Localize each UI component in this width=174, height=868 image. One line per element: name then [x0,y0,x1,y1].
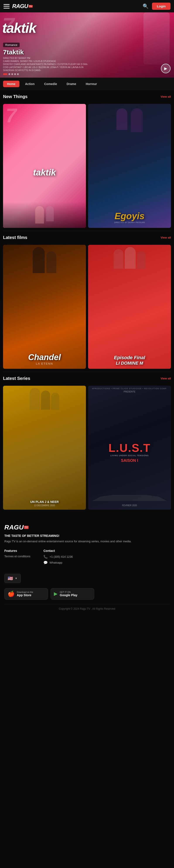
lidomine-title-area: Episode Final LI DOMINE M [88,355,171,366]
header: RAGU TV 🔍 Login [0,0,174,12]
hero-banner: 7 taktik Romance 7taktik DIRECTED BY SKI… [0,12,174,78]
logo-text: RAGU [12,3,28,9]
poster-egoyis: Egoyis DIRECTED BY SKINNY PM FILMS [88,104,171,228]
google-play-icon: ▶ [54,591,57,597]
footer-terms-link[interactable]: Termes et conditions [4,555,30,558]
google-play-label-pre: GET IT ON [60,591,77,593]
login-button[interactable]: Login [152,3,171,10]
unplan-title: UN PLAN J & NEER [3,500,86,504]
app-buttons: 🍎 Download on the App Store ▶ GET IT ON … [4,588,170,600]
poster-lidomine: Episode Final LI DOMINE M [88,245,171,369]
footer-logo-badge: TV [24,526,29,529]
hero-dot-3 [11,73,13,75]
latest-series-grid: UN PLAN J & NEER 13 DECEMBRE 2020 4PRODU… [0,386,174,513]
hero-meta-line5: SHADRIAN SCHRYETTE IN DI DANS- [3,69,171,72]
poster-7taktik-text: taktik [33,168,56,178]
google-play-button[interactable]: ▶ GET IT ON Google Play [51,588,94,600]
movie-card-chandel[interactable]: Chandel LA ETENN [3,245,86,369]
lidomine-figure-1 [114,249,123,269]
hero-title: 7taktik [3,49,171,56]
egoyis-meta: DIRECTED BY SKINNY PM FILMS [88,221,171,223]
phone-icon: 📞 [43,555,48,559]
lust-present: PRESENTE [88,391,171,393]
app-store-text: Download on the App Store [17,591,33,597]
chandel-silhouettes [3,247,86,273]
hero-play-button[interactable]: ▶ [161,64,171,73]
latest-series-title: Latest Series [3,376,30,381]
lust-season: SAISON I [121,458,138,463]
footer-contact-heading: Contact [43,549,73,553]
hero-dot-2 [8,73,10,75]
new-things-view-all[interactable]: View all [161,95,171,98]
search-button[interactable]: 🔍 [143,3,148,9]
menu-button[interactable] [3,4,9,8]
hero-meta: DIRECTED BY SKINNY PM CAMECRAMEN, SKINNY… [3,57,171,72]
series-card-unplan[interactable]: UN PLAN J & NEER 13 DECEMBRE 2020 [3,386,86,510]
logo-badge: TV [29,5,33,8]
footer: RAGU TV THE TASTE OF BETTER STREAMING! R… [0,517,174,617]
footer-phone[interactable]: +1 (305) 414 1236 [49,555,73,558]
latest-series-header: Latest Series View all [3,376,171,381]
tab-horreur[interactable]: Horreur [82,81,101,87]
lidomine-title: LI DOMINE M [88,361,171,366]
footer-contact-col: Contact 📞 +1 (305) 414 1236 💬 Whatsapp [43,549,73,566]
apple-icon: 🍎 [8,591,15,597]
tab-comedie[interactable]: Comedie [40,81,61,87]
latest-films-title: Latest films [3,235,27,240]
unplan-silhouettes [3,388,86,410]
footer-logo-text: RAGU [4,524,24,531]
lust-title: L.U.S.T [108,441,150,455]
footer-whatsapp[interactable]: Whatsapp [49,561,63,564]
latest-films-section: Latest films View all [0,231,174,245]
chandel-title: Chandel [3,353,86,362]
latest-films-view-all[interactable]: View all [161,236,171,239]
header-right: 🔍 Login [143,3,171,10]
logo[interactable]: RAGU TV [12,3,33,9]
chandel-silhouette-1 [33,247,45,273]
poster-7taktik-title: taktik [33,168,56,178]
unplan-date: 13 DECEMBRE 2020 [3,504,86,507]
lidomine-episode: Episode Final [88,355,171,361]
tab-drame[interactable]: Drame [63,81,80,87]
poster-lust: 4PRODUCTIONS • PRIME CLASS STUDIOIGE • R… [88,386,171,510]
new-things-section: New Things View all [0,90,174,104]
series-card-lust[interactable]: 4PRODUCTIONS • PRIME CLASS STUDIOIGE • R… [88,386,171,510]
hero-meta-line3: DIONYNY CHARLANIE AKISANFRANTZ PA FARNES… [3,63,171,66]
hero-dot-5 [17,73,19,75]
hero-meta-line2: CAMECRAMEN, SKINNY PM / LOUIS-B STUDIOAG… [3,60,171,63]
tab-action[interactable]: Action [21,81,39,87]
lust-producer: 4PRODUCTIONS • PRIME CLASS STUDIOIGE • R… [88,388,171,390]
google-play-text: GET IT ON Google Play [60,591,77,597]
app-store-button[interactable]: 🍎 Download on the App Store [4,588,48,600]
whatsapp-icon: 💬 [43,561,48,565]
movie-card-egoyis[interactable]: Egoyis DIRECTED BY SKINNY PM FILMS [88,104,171,228]
egoyis-silhouette-1 [117,108,127,130]
footer-whatsapp-item: 💬 Whatsapp [43,561,73,565]
latest-series-section: Latest Series View all [0,372,174,386]
egoyis-silhouettes [88,108,171,132]
language-selector[interactable]: 🇺🇸 ▼ [4,574,21,583]
movie-card-7taktik[interactable]: 7 taktik [3,104,86,228]
latest-films-header: Latest films View all [3,235,171,240]
lust-date: FEVRIER 2020 [88,504,171,507]
chandel-subtitle: LA ETENN [3,362,86,365]
flag-icon: 🇺🇸 [8,576,13,581]
chandel-silhouette-2 [46,251,56,273]
latest-series-view-all[interactable]: View all [161,377,171,380]
hamburger-line-1 [3,4,9,5]
unplan-silhouette-3 [51,393,59,410]
footer-tagline: THE TASTE OF BETTER STREAMING! [4,534,170,537]
poster-lust-inner: 4PRODUCTIONS • PRIME CLASS STUDIOIGE • R… [88,386,171,510]
egoyis-silhouette-2 [131,108,143,132]
footer-features-heading: Features [4,549,30,553]
hero-content: Romance 7taktik DIRECTED BY SKINNY PM CA… [0,40,174,78]
movie-card-lidomine[interactable]: Episode Final LI DOMINE M [88,245,171,369]
egoyis-title-area: Egoyis DIRECTED BY SKINNY PM FILMS [88,211,171,223]
footer-features-col: Features Termes et conditions [4,549,30,566]
silhouette-2 [46,206,54,221]
poster-silhouettes [35,206,54,223]
poster-7taktik: 7 taktik [3,104,86,228]
google-play-label: Google Play [60,593,77,597]
tab-home[interactable]: Home [3,81,19,87]
lidomine-figure-3 [137,251,146,269]
